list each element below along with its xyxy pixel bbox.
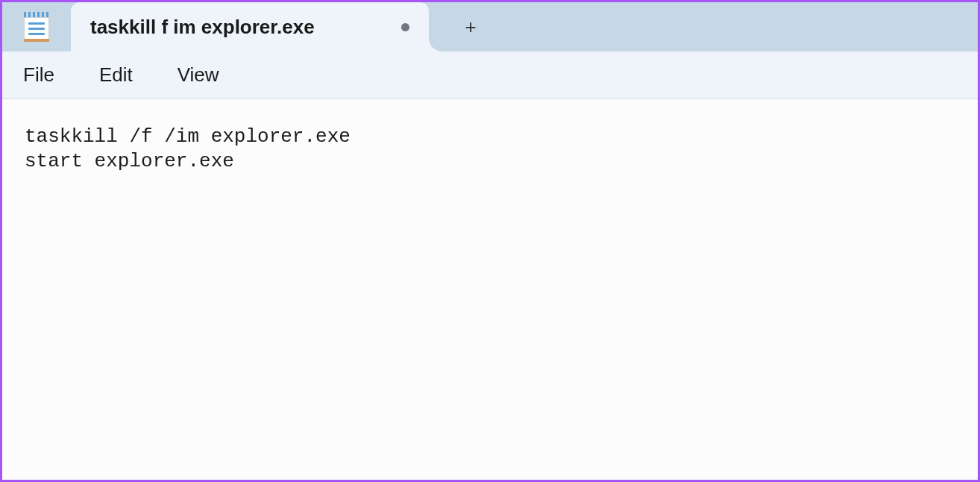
editor-content[interactable]: taskkill /f /im explorer.exe start explo… bbox=[25, 125, 955, 454]
app-icon-container bbox=[2, 2, 71, 51]
tab-title: taskkill f im explorer.exe bbox=[90, 16, 371, 39]
new-tab-button[interactable]: + bbox=[448, 2, 493, 51]
document-tab[interactable]: taskkill f im explorer.exe bbox=[71, 2, 429, 51]
menu-edit[interactable]: Edit bbox=[90, 59, 142, 91]
plus-icon: + bbox=[465, 17, 476, 37]
unsaved-indicator-icon[interactable] bbox=[401, 23, 409, 31]
notepad-icon bbox=[24, 12, 49, 42]
menu-view[interactable]: View bbox=[169, 59, 228, 91]
title-bar: taskkill f im explorer.exe + bbox=[2, 2, 978, 51]
menu-bar: File Edit View bbox=[2, 51, 978, 99]
menu-file[interactable]: File bbox=[14, 59, 63, 91]
editor-area[interactable]: taskkill /f /im explorer.exe start explo… bbox=[2, 99, 978, 480]
